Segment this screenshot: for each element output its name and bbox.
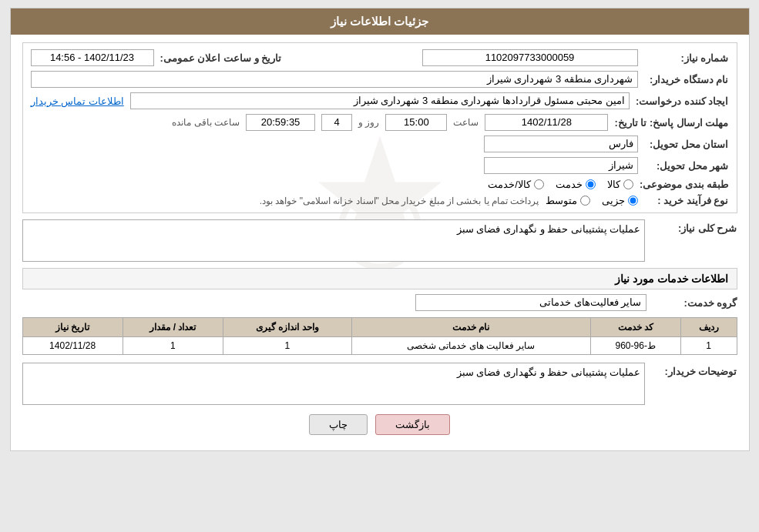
service-section-title: اطلاعات خدمات مورد نیاز	[22, 268, 737, 289]
purchase-note: پرداخت تمام یا بخشی از مبلغ خریدار محل "…	[260, 196, 539, 206]
purchase-type-row: نوع فرآیند خرید : متوسط جزیی پرداخت تمام…	[31, 195, 729, 206]
city-label: شهر محل تحویل:	[644, 160, 729, 172]
category-option-khedmat: خدمت	[556, 179, 596, 190]
category-option-kala: کالا	[607, 179, 633, 190]
city-value: شیراز	[484, 157, 638, 174]
need-description-label: شرح کلی نیاز:	[653, 219, 737, 234]
back-button[interactable]: بازگشت	[375, 414, 450, 435]
page-header: جزئیات اطلاعات نیاز	[11, 8, 749, 35]
need-number-row: شماره نیاز: 1102097733000059 تاریخ و ساع…	[31, 49, 729, 66]
col-service-code: کد خدمت	[590, 318, 680, 337]
category-label: طبقه بندی موضوعی:	[640, 179, 729, 190]
table-row: 1 ط-96-960 سایر فعالیت های خدماتی شخصی 1…	[22, 337, 737, 355]
col-unit: واحد اندازه گیری	[223, 318, 351, 337]
requester-label: نام دستگاه خریدار:	[644, 74, 729, 85]
need-description-textarea[interactable]	[22, 219, 645, 262]
creator-row: ایجاد کننده درخواست: امین محبتی مسئول قر…	[31, 92, 729, 109]
table-header-row: ردیف کد خدمت نام خدمت واحد اندازه گیری ت…	[22, 318, 737, 337]
requester-value: شهرداری منطقه 3 شهرداری شیراز	[31, 71, 638, 88]
service-table: ردیف کد خدمت نام خدمت واحد اندازه گیری ت…	[22, 317, 737, 355]
contact-link[interactable]: اطلاعات تماس خریدار	[31, 95, 124, 107]
main-form: شماره نیاز: 1102097733000059 تاریخ و ساع…	[22, 42, 737, 213]
service-table-section: ردیف کد خدمت نام خدمت واحد اندازه گیری ت…	[22, 317, 737, 355]
purchase-radio-group: متوسط جزیی	[546, 195, 638, 206]
purchase-radio-jozii[interactable]	[628, 196, 638, 206]
province-value: فارس	[484, 136, 638, 152]
col-quantity: تعداد / مقدار	[123, 318, 223, 337]
cell-unit: 1	[223, 337, 351, 355]
requester-row: نام دستگاه خریدار: شهرداری منطقه 3 شهردا…	[31, 71, 729, 88]
page-container: Ana Tender جزئیات اطلاعات نیاز شماره نیا…	[10, 8, 750, 451]
province-row: استان محل تحویل: فارس	[31, 136, 729, 152]
service-group-row: گروه خدمت: سایر فعالیت‌های خدماتی	[22, 294, 737, 311]
print-button[interactable]: چاپ	[309, 414, 368, 435]
purchase-radio-motavasset[interactable]	[580, 196, 590, 206]
deadline-row: مهلت ارسال پاسخ: تا تاریخ: 1402/11/28 سا…	[31, 114, 729, 131]
buyer-description-textarea[interactable]	[22, 363, 645, 405]
purchase-label-jozii: جزیی	[602, 195, 625, 206]
category-label-khedmat: خدمت	[556, 179, 583, 190]
cell-service-code: ط-96-960	[590, 337, 680, 355]
need-description-row: شرح کلی نیاز:	[22, 219, 737, 262]
deadline-days: 4	[321, 114, 352, 131]
cell-service-name: سایر فعالیت های خدماتی شخصی	[351, 337, 590, 355]
city-row: شهر محل تحویل: شیراز	[31, 157, 729, 174]
purchase-option-motavasset: متوسط	[546, 195, 590, 206]
purchase-type-label: نوع فرآیند خرید :	[644, 195, 729, 206]
category-row: طبقه بندی موضوعی: کالا/خدمت خدمت کالا	[31, 179, 729, 190]
cell-date: 1402/11/28	[22, 337, 123, 355]
deadline-date: 1402/11/28	[485, 114, 608, 131]
category-label-kala-khedmat: کالا/خدمت	[488, 179, 531, 190]
days-label: روز و	[358, 117, 379, 128]
button-row: بازگشت چاپ	[22, 414, 737, 435]
category-option-kala-khedmat: کالا/خدمت	[488, 179, 544, 190]
category-label-kala: کالا	[607, 179, 620, 190]
need-number-label: شماره نیاز:	[644, 52, 729, 64]
deadline-time: 15:00	[385, 114, 447, 131]
buyer-description-row: توضیحات خریدار:	[22, 363, 737, 405]
purchase-label-motavasset: متوسط	[546, 195, 577, 206]
province-label: استان محل تحویل:	[644, 139, 729, 150]
category-radio-kala[interactable]	[623, 179, 633, 189]
category-radio-kala-khedmat[interactable]	[534, 179, 544, 189]
col-row-num: ردیف	[680, 318, 737, 337]
announcement-value: 1402/11/23 - 14:56	[31, 49, 154, 66]
page-title: جزئیات اطلاعات نیاز	[331, 15, 428, 28]
time-label: ساعت	[453, 117, 479, 128]
creator-name: امین محبتی مسئول قراردادها شهرداری منطقه…	[130, 92, 630, 109]
service-group-label: گروه خدمت:	[653, 297, 737, 309]
col-date: تاریخ نیاز	[22, 318, 123, 337]
purchase-option-jozii: جزیی	[602, 195, 638, 206]
deadline-remaining: 20:59:35	[246, 114, 315, 131]
category-radio-khedmat[interactable]	[586, 179, 596, 189]
category-radio-group: کالا/خدمت خدمت کالا	[488, 179, 633, 190]
buyer-description-label: توضیحات خریدار:	[653, 363, 737, 377]
deadline-label: مهلت ارسال پاسخ: تا تاریخ:	[614, 117, 728, 129]
cell-quantity: 1	[123, 337, 223, 355]
announcement-label: تاریخ و ساعت اعلان عمومی:	[160, 52, 282, 64]
creator-label: ایجاد کننده درخواست:	[636, 95, 729, 107]
remaining-label: ساعت باقی مانده	[172, 117, 240, 128]
need-number-value: 1102097733000059	[422, 49, 638, 66]
cell-row-num: 1	[680, 337, 737, 355]
col-service-name: نام خدمت	[351, 318, 590, 337]
service-group-value: سایر فعالیت‌های خدماتی	[415, 294, 646, 311]
